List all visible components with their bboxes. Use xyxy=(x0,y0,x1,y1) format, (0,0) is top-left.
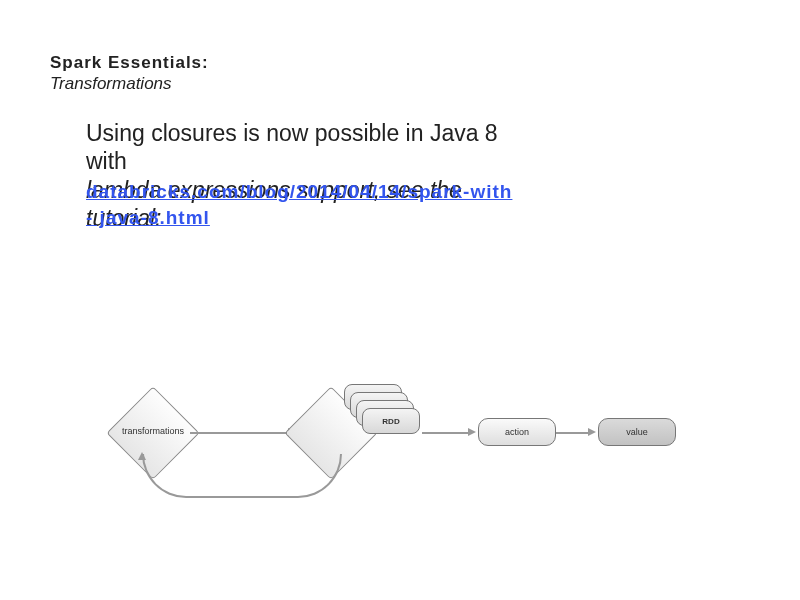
tutorial-link-line-2[interactable]: - java-8.html xyxy=(86,207,210,229)
body-line-1: Using closures is now possible in Java 8 xyxy=(86,120,646,148)
arrow-loop-back-head xyxy=(138,452,146,460)
rdd-box-4: RDD xyxy=(362,408,420,434)
transformations-label: transformations xyxy=(110,426,196,436)
body-text-block: Using closures is now possible in Java 8… xyxy=(86,120,646,237)
action-box: action xyxy=(478,418,556,446)
pipeline-diagram: transformations RDD RDD RDD RDD action v… xyxy=(120,370,680,500)
arrow-to-value xyxy=(556,432,590,434)
header-subtitle: Transformations xyxy=(50,73,209,94)
arrow-loop-back xyxy=(142,454,342,498)
header-title: Spark Essentials: xyxy=(50,52,209,73)
arrow-to-action-head xyxy=(468,428,476,436)
slide-header: Spark Essentials: Transformations xyxy=(50,52,209,95)
arrow-to-value-head xyxy=(588,428,596,436)
arrow-to-action xyxy=(422,432,470,434)
body-line-2: with xyxy=(86,148,646,176)
value-box: value xyxy=(598,418,676,446)
arrow-transform-forward xyxy=(190,432,290,434)
overlay-area: lambda expressions support, see the data… xyxy=(86,177,646,237)
tutorial-link-line-1[interactable]: databricks.com/blog/2014/04/14/spark-wit… xyxy=(86,181,512,203)
